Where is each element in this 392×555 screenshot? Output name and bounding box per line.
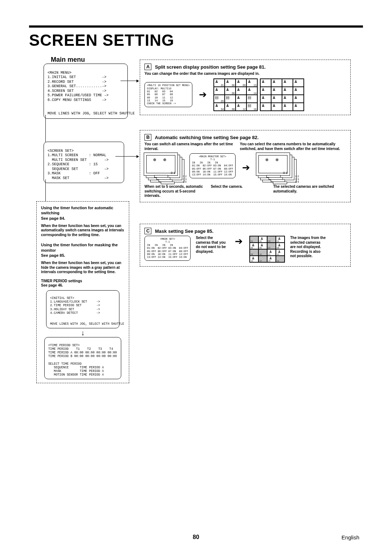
osd-row: TIME PERIOD T1 T2 T3 T4 xyxy=(48,347,113,351)
osd-item: MULTI SCREEN SET -> xyxy=(48,158,109,162)
section-b-left-sub: You can switch all camera images after t… xyxy=(144,142,235,151)
timer-h1: Using the timer function for automatic s… xyxy=(41,205,124,221)
person-icon: ♟ xyxy=(294,88,298,92)
language-label: English xyxy=(342,534,359,540)
osd-item: 1.MULTI SCREEN : NORMAL xyxy=(48,153,106,157)
arrow-right-icon: ➔ xyxy=(197,89,208,100)
person-icon: ● ● xyxy=(256,156,290,163)
osd-header: <MAIN MENU> xyxy=(48,71,72,75)
osd-item: SEQUENCE SET -> xyxy=(48,167,109,171)
osd-item: 1.LANGUAGE/CLOCK SET -> xyxy=(50,300,100,304)
grid-cell: 06♟ xyxy=(258,243,267,249)
osd-header: <TIME PERIOD SET> xyxy=(48,344,80,347)
osd-row: SEQUENCE TIME PERIOD A xyxy=(48,366,104,369)
person-icon: ♟ xyxy=(260,243,264,247)
connector-line xyxy=(45,179,46,201)
person-icon: ♟ xyxy=(248,80,251,84)
arrow-down-icon: ↓ xyxy=(41,329,124,336)
arrow-right-icon: ➔ xyxy=(233,236,244,247)
tv-stack-right: ● ● 0 1 0 2 0 3 0 4 xyxy=(257,153,297,182)
person-icon: ♟ xyxy=(294,96,298,100)
osd-footer: MOVE LINES WITH JOG, SELECT WITH SHUTTLE xyxy=(50,322,124,326)
main-menu-osd: <MAIN MENU> 1.INITIAL SET -> 2.RECORD SE… xyxy=(44,64,128,119)
person-icon: ♟ xyxy=(215,88,219,92)
osd-item: 2.SEQUENCE : 1S xyxy=(48,162,98,166)
osd-row: MASK TIME PERIOD A xyxy=(48,369,104,373)
section-c-label: C xyxy=(144,228,151,234)
osd-item: MASK SET -> xyxy=(48,176,109,180)
main-monitor-osd: <MAIN MONITOR SET> T-1 IN IN IN IN 01:ON… xyxy=(189,153,236,178)
grid-cell: 12♟ xyxy=(276,249,285,256)
person-icon: ♟ xyxy=(237,88,240,92)
grid-cell: 14 xyxy=(258,256,267,262)
person-icon: ♟ xyxy=(283,88,287,92)
person-icon: ♟ xyxy=(237,80,240,84)
person-icon: ♟ xyxy=(283,80,287,84)
osd-item: 6.COPY MENU SETTINGS -> xyxy=(48,98,106,102)
grid-cell: 09 xyxy=(250,249,258,256)
person-icon: ♟ xyxy=(278,250,281,254)
person-icon: ♟ xyxy=(226,104,229,108)
cap1: When set to 5 seconds, automatic switchi… xyxy=(144,185,206,198)
person-icon: ♟ xyxy=(269,256,272,260)
grid-cell: 02♟ xyxy=(258,236,267,243)
section-a-label: A xyxy=(144,64,151,70)
osd-item: 4.SCREEN SET -> xyxy=(48,89,106,93)
grid-cell: 04♟ xyxy=(276,236,285,243)
timer-h2: Using the timer function for masking the… xyxy=(41,242,124,258)
osd-row: TIME PERIOD A 00:00 00:00 00:00 00:00 xyxy=(48,351,117,355)
section-a-heading: A Split screen display position setting … xyxy=(144,64,346,70)
person-icon: ♟ xyxy=(215,80,219,84)
stack-labels: 0 2 0 3 0 4 xyxy=(183,175,187,183)
grid-cell: 11♟ xyxy=(267,249,276,256)
page-number: 80 xyxy=(0,534,392,540)
page-title: SCREEN SETTING xyxy=(29,31,363,49)
cap3: The selected cameras are switched automa… xyxy=(273,185,346,198)
mask-cap2: The images from the selected cameras are… xyxy=(290,236,326,259)
osd-row: MOTION SENSOR TIME PERIOD A xyxy=(48,373,104,377)
person-icon: ♟ xyxy=(252,243,255,247)
timer-h3: TIMER PERIOD settings See page 46. xyxy=(41,279,124,288)
person-icon: ♟ xyxy=(237,96,240,100)
car-icon: ▤ xyxy=(248,96,251,100)
person-icon: ♟ xyxy=(278,236,281,240)
osd-item: 2.RECORD SET -> xyxy=(48,80,106,84)
arrow-right-icon: ➔ xyxy=(241,162,252,173)
grid-cell: 10 xyxy=(258,249,267,256)
section-a-sub: You can change the order that the camera… xyxy=(144,72,346,76)
osd-item: 5.POWER FAILURE/USED TIME -> xyxy=(48,93,109,97)
mask-cap1: Select the cameras that you do not want … xyxy=(196,236,228,254)
section-a: A Split screen display position setting … xyxy=(140,60,351,115)
person-icon: ♟ xyxy=(226,88,229,92)
grid-cell: 15♟ xyxy=(267,256,276,262)
person-icon: ♟ xyxy=(269,250,272,254)
section-b-heading: B Automatic switching time setting See p… xyxy=(144,134,346,141)
person-icon: ♟ xyxy=(272,96,276,100)
section-b-label: B xyxy=(144,134,151,141)
grid-cell: 08♟ xyxy=(276,243,285,249)
timer-p2: When the timer function has been set, yo… xyxy=(41,261,124,275)
time-period-osd: <TIME PERIOD SET> TIME PERIOD T1 T2 T3 T… xyxy=(44,337,121,379)
section-b: B Automatic switching time setting See p… xyxy=(140,130,351,202)
person-icon: ♟ xyxy=(261,80,265,84)
osd-item: 3.GENERAL SET............-> xyxy=(48,84,106,88)
person-icon: ♟ xyxy=(272,88,276,92)
person-icon: ♟ xyxy=(278,243,281,247)
section-c-heading: C Mask setting See page 85. xyxy=(144,228,346,234)
connector-arrow xyxy=(121,81,139,81)
person-icon: ♟ xyxy=(294,80,298,84)
grid-cell: 05♟ xyxy=(250,243,258,249)
person-icon: ♟ xyxy=(261,96,265,100)
person-icon: ♟ xyxy=(252,256,255,260)
grid-cell: 03 xyxy=(267,236,276,243)
person-icon: ♟ xyxy=(261,104,265,108)
osd-item: 3.HOLIDAY SET -> xyxy=(50,308,100,311)
person-icon: ♟ xyxy=(261,88,265,92)
osd-item: 3.MASK : OFF xyxy=(48,171,100,175)
timer-p1: When the timer function has been set, yo… xyxy=(41,224,124,238)
person-icon: ♟ xyxy=(272,104,276,108)
grid-cell: 16 xyxy=(276,256,285,262)
mask-result-grid: 0102♟0304♟05♟06♟0708♟091011♟12♟13♟1415♟1… xyxy=(249,236,285,263)
osd-header: <SCREEN SET> xyxy=(48,149,74,153)
tv-stack-left: ● ● 0 1 0 2 0 3 0 4 xyxy=(144,153,184,182)
